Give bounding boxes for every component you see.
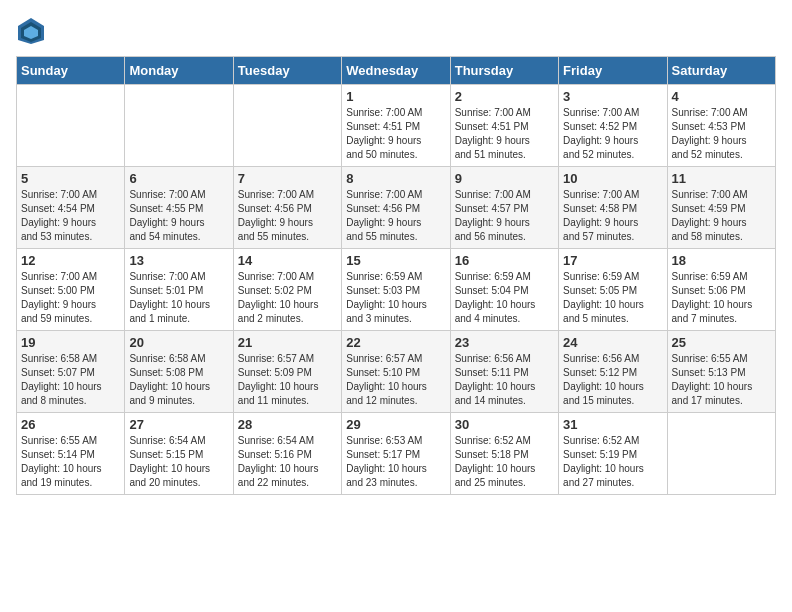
weekday-header-friday: Friday <box>559 57 667 85</box>
day-info: Sunrise: 6:57 AM Sunset: 5:10 PM Dayligh… <box>346 352 445 408</box>
day-info: Sunrise: 7:00 AM Sunset: 4:56 PM Dayligh… <box>346 188 445 244</box>
week-row-1: 1Sunrise: 7:00 AM Sunset: 4:51 PM Daylig… <box>17 85 776 167</box>
weekday-header-monday: Monday <box>125 57 233 85</box>
day-info: Sunrise: 7:00 AM Sunset: 5:01 PM Dayligh… <box>129 270 228 326</box>
day-info: Sunrise: 6:53 AM Sunset: 5:17 PM Dayligh… <box>346 434 445 490</box>
calendar-cell: 31Sunrise: 6:52 AM Sunset: 5:19 PM Dayli… <box>559 413 667 495</box>
day-number: 30 <box>455 417 554 432</box>
weekday-header-sunday: Sunday <box>17 57 125 85</box>
day-number: 27 <box>129 417 228 432</box>
calendar-cell: 30Sunrise: 6:52 AM Sunset: 5:18 PM Dayli… <box>450 413 558 495</box>
calendar-cell: 8Sunrise: 7:00 AM Sunset: 4:56 PM Daylig… <box>342 167 450 249</box>
calendar-cell: 25Sunrise: 6:55 AM Sunset: 5:13 PM Dayli… <box>667 331 775 413</box>
calendar-cell: 4Sunrise: 7:00 AM Sunset: 4:53 PM Daylig… <box>667 85 775 167</box>
calendar-cell: 12Sunrise: 7:00 AM Sunset: 5:00 PM Dayli… <box>17 249 125 331</box>
calendar-cell: 6Sunrise: 7:00 AM Sunset: 4:55 PM Daylig… <box>125 167 233 249</box>
day-number: 16 <box>455 253 554 268</box>
calendar-cell: 27Sunrise: 6:54 AM Sunset: 5:15 PM Dayli… <box>125 413 233 495</box>
day-number: 23 <box>455 335 554 350</box>
day-number: 5 <box>21 171 120 186</box>
calendar-cell <box>125 85 233 167</box>
day-number: 3 <box>563 89 662 104</box>
day-number: 31 <box>563 417 662 432</box>
day-number: 21 <box>238 335 337 350</box>
calendar-cell: 29Sunrise: 6:53 AM Sunset: 5:17 PM Dayli… <box>342 413 450 495</box>
weekday-header-tuesday: Tuesday <box>233 57 341 85</box>
day-info: Sunrise: 6:52 AM Sunset: 5:19 PM Dayligh… <box>563 434 662 490</box>
calendar-cell: 16Sunrise: 6:59 AM Sunset: 5:04 PM Dayli… <box>450 249 558 331</box>
day-number: 10 <box>563 171 662 186</box>
calendar-cell: 13Sunrise: 7:00 AM Sunset: 5:01 PM Dayli… <box>125 249 233 331</box>
calendar-cell: 26Sunrise: 6:55 AM Sunset: 5:14 PM Dayli… <box>17 413 125 495</box>
weekday-header-saturday: Saturday <box>667 57 775 85</box>
day-number: 22 <box>346 335 445 350</box>
day-number: 9 <box>455 171 554 186</box>
day-info: Sunrise: 6:58 AM Sunset: 5:07 PM Dayligh… <box>21 352 120 408</box>
day-number: 25 <box>672 335 771 350</box>
calendar-cell: 28Sunrise: 6:54 AM Sunset: 5:16 PM Dayli… <box>233 413 341 495</box>
day-info: Sunrise: 7:00 AM Sunset: 4:56 PM Dayligh… <box>238 188 337 244</box>
calendar-cell: 20Sunrise: 6:58 AM Sunset: 5:08 PM Dayli… <box>125 331 233 413</box>
weekday-header-wednesday: Wednesday <box>342 57 450 85</box>
weekday-header-thursday: Thursday <box>450 57 558 85</box>
calendar-cell: 9Sunrise: 7:00 AM Sunset: 4:57 PM Daylig… <box>450 167 558 249</box>
week-row-2: 5Sunrise: 7:00 AM Sunset: 4:54 PM Daylig… <box>17 167 776 249</box>
day-info: Sunrise: 6:57 AM Sunset: 5:09 PM Dayligh… <box>238 352 337 408</box>
day-info: Sunrise: 6:59 AM Sunset: 5:05 PM Dayligh… <box>563 270 662 326</box>
day-info: Sunrise: 6:54 AM Sunset: 5:15 PM Dayligh… <box>129 434 228 490</box>
day-number: 7 <box>238 171 337 186</box>
day-info: Sunrise: 6:59 AM Sunset: 5:04 PM Dayligh… <box>455 270 554 326</box>
day-info: Sunrise: 6:56 AM Sunset: 5:12 PM Dayligh… <box>563 352 662 408</box>
calendar-cell <box>233 85 341 167</box>
day-number: 2 <box>455 89 554 104</box>
day-info: Sunrise: 7:00 AM Sunset: 5:02 PM Dayligh… <box>238 270 337 326</box>
day-number: 29 <box>346 417 445 432</box>
day-info: Sunrise: 6:58 AM Sunset: 5:08 PM Dayligh… <box>129 352 228 408</box>
day-info: Sunrise: 7:00 AM Sunset: 4:58 PM Dayligh… <box>563 188 662 244</box>
page-header <box>16 16 776 46</box>
day-info: Sunrise: 6:55 AM Sunset: 5:14 PM Dayligh… <box>21 434 120 490</box>
day-number: 6 <box>129 171 228 186</box>
day-number: 8 <box>346 171 445 186</box>
day-info: Sunrise: 7:00 AM Sunset: 4:51 PM Dayligh… <box>346 106 445 162</box>
day-number: 12 <box>21 253 120 268</box>
day-info: Sunrise: 7:00 AM Sunset: 4:53 PM Dayligh… <box>672 106 771 162</box>
logo <box>16 16 52 46</box>
week-row-3: 12Sunrise: 7:00 AM Sunset: 5:00 PM Dayli… <box>17 249 776 331</box>
day-info: Sunrise: 7:00 AM Sunset: 5:00 PM Dayligh… <box>21 270 120 326</box>
day-info: Sunrise: 6:56 AM Sunset: 5:11 PM Dayligh… <box>455 352 554 408</box>
day-info: Sunrise: 6:59 AM Sunset: 5:03 PM Dayligh… <box>346 270 445 326</box>
calendar-cell: 23Sunrise: 6:56 AM Sunset: 5:11 PM Dayli… <box>450 331 558 413</box>
calendar-cell: 5Sunrise: 7:00 AM Sunset: 4:54 PM Daylig… <box>17 167 125 249</box>
calendar-cell: 3Sunrise: 7:00 AM Sunset: 4:52 PM Daylig… <box>559 85 667 167</box>
day-info: Sunrise: 7:00 AM Sunset: 4:57 PM Dayligh… <box>455 188 554 244</box>
calendar-cell: 7Sunrise: 7:00 AM Sunset: 4:56 PM Daylig… <box>233 167 341 249</box>
calendar-cell: 2Sunrise: 7:00 AM Sunset: 4:51 PM Daylig… <box>450 85 558 167</box>
day-number: 18 <box>672 253 771 268</box>
day-info: Sunrise: 6:59 AM Sunset: 5:06 PM Dayligh… <box>672 270 771 326</box>
calendar-cell: 22Sunrise: 6:57 AM Sunset: 5:10 PM Dayli… <box>342 331 450 413</box>
calendar-cell: 14Sunrise: 7:00 AM Sunset: 5:02 PM Dayli… <box>233 249 341 331</box>
day-number: 14 <box>238 253 337 268</box>
day-number: 4 <box>672 89 771 104</box>
day-info: Sunrise: 7:00 AM Sunset: 4:55 PM Dayligh… <box>129 188 228 244</box>
day-number: 13 <box>129 253 228 268</box>
week-row-4: 19Sunrise: 6:58 AM Sunset: 5:07 PM Dayli… <box>17 331 776 413</box>
day-number: 11 <box>672 171 771 186</box>
day-number: 17 <box>563 253 662 268</box>
day-number: 19 <box>21 335 120 350</box>
day-number: 20 <box>129 335 228 350</box>
calendar-cell: 21Sunrise: 6:57 AM Sunset: 5:09 PM Dayli… <box>233 331 341 413</box>
day-info: Sunrise: 6:55 AM Sunset: 5:13 PM Dayligh… <box>672 352 771 408</box>
calendar-cell: 19Sunrise: 6:58 AM Sunset: 5:07 PM Dayli… <box>17 331 125 413</box>
day-number: 1 <box>346 89 445 104</box>
calendar-cell: 17Sunrise: 6:59 AM Sunset: 5:05 PM Dayli… <box>559 249 667 331</box>
day-info: Sunrise: 7:00 AM Sunset: 4:54 PM Dayligh… <box>21 188 120 244</box>
calendar-cell: 1Sunrise: 7:00 AM Sunset: 4:51 PM Daylig… <box>342 85 450 167</box>
day-number: 15 <box>346 253 445 268</box>
calendar-cell: 11Sunrise: 7:00 AM Sunset: 4:59 PM Dayli… <box>667 167 775 249</box>
day-info: Sunrise: 6:52 AM Sunset: 5:18 PM Dayligh… <box>455 434 554 490</box>
calendar-cell: 15Sunrise: 6:59 AM Sunset: 5:03 PM Dayli… <box>342 249 450 331</box>
day-info: Sunrise: 7:00 AM Sunset: 4:52 PM Dayligh… <box>563 106 662 162</box>
calendar-cell: 18Sunrise: 6:59 AM Sunset: 5:06 PM Dayli… <box>667 249 775 331</box>
